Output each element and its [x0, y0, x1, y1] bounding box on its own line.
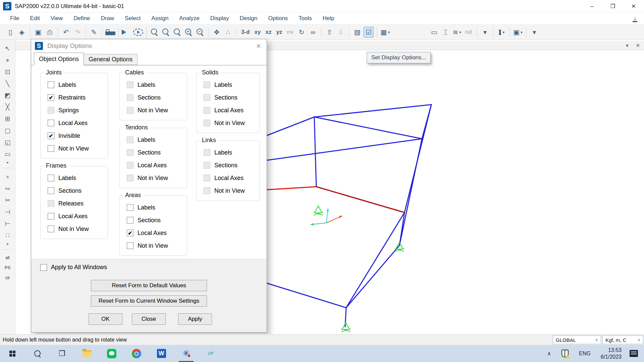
solids-local-axes-option[interactable]: Local Axes — [197, 104, 260, 117]
menu-options[interactable]: Options — [263, 15, 293, 22]
quick-draw-braces-icon[interactable]: ╳ — [2, 102, 13, 113]
draw-area-icon[interactable]: ▢ — [2, 125, 13, 136]
sap2000-taskbar-icon[interactable] — [174, 345, 199, 362]
rotate-view-icon[interactable]: ↻ — [297, 27, 307, 38]
text-style-icon[interactable]: I▾ — [496, 27, 506, 38]
solids-labels-option[interactable]: Labels — [197, 78, 260, 91]
joints-not-in-view-checkbox[interactable] — [48, 145, 54, 152]
snap-more-expander[interactable]: ▾ — [2, 242, 13, 246]
units-dropdown[interactable]: Kgf, m, C ∨ — [602, 336, 643, 344]
frames-labels-checkbox[interactable] — [48, 175, 54, 181]
frames-releases-option[interactable]: Releases — [41, 197, 108, 210]
model-window-collapse-icon[interactable]: ▾ — [626, 43, 629, 49]
joints-labels-checkbox[interactable] — [48, 81, 54, 88]
run-analysis-icon[interactable] — [122, 29, 132, 35]
tendons-sections-option[interactable]: Sections — [120, 146, 187, 159]
draw-special-joint-icon[interactable]: ⊡ — [2, 66, 13, 77]
object-shrink-icon[interactable]: ⇧ — [324, 27, 334, 38]
draw-two-joint-link-icon[interactable]: ∾ — [2, 183, 13, 194]
joint-pattern-icon[interactable]: ∴ — [223, 27, 233, 38]
links-not-in-view-option[interactable]: Not in View — [197, 184, 260, 197]
draw-frame-icon[interactable]: ╲ — [2, 78, 13, 89]
solids-sections-option[interactable]: Sections — [197, 91, 260, 104]
menu-display[interactable]: Display — [205, 15, 234, 22]
links-sections-option[interactable]: Sections — [197, 159, 260, 172]
object-enlarge-icon[interactable]: ⇩ — [336, 27, 346, 38]
search-button[interactable] — [25, 345, 50, 362]
draw-more-expander[interactable]: ▾ — [2, 160, 13, 165]
joints-restraints-option[interactable]: ✔Restraints — [41, 91, 108, 104]
chrome-icon[interactable] — [124, 345, 149, 362]
view-nv-button[interactable]: nv — [284, 27, 296, 38]
security-shield-icon[interactable] — [561, 350, 569, 357]
menu-design[interactable]: Design — [234, 15, 263, 22]
hinge-icon[interactable]: ≋▾ — [452, 27, 462, 38]
frame-section-icon[interactable]: ▭ — [429, 27, 439, 38]
view-xy-button[interactable]: xy — [252, 27, 263, 38]
refresh-view-icon[interactable]: ✎ — [89, 27, 99, 38]
draw-one-joint-link-icon[interactable]: ∘ — [2, 171, 13, 182]
menu-view[interactable]: View — [45, 15, 68, 22]
pan-icon[interactable]: ✥ — [212, 27, 222, 38]
tendons-local-axes-option[interactable]: Local Axes — [120, 159, 187, 172]
undo-icon[interactable]: ↶ — [61, 27, 71, 38]
download-icon[interactable]: ↓ — [633, 15, 637, 22]
redo-icon[interactable]: ↷ — [72, 27, 83, 38]
reset-current-window-button[interactable]: Reset Form to Current Window Settings — [91, 295, 207, 307]
task-view-button[interactable]: ❒ — [50, 345, 74, 362]
previous-zoom-icon[interactable] — [172, 27, 182, 38]
apply-to-all-windows-option[interactable]: Apply to All Windows — [40, 264, 107, 271]
tendons-labels-option[interactable]: Labels — [120, 133, 187, 146]
draw-rect-area-icon[interactable]: ▭ — [2, 148, 13, 160]
joints-invisible-checkbox[interactable]: ✔ — [48, 132, 54, 139]
maximize-button[interactable]: ❐ — [602, 0, 623, 12]
joints-local-axes-option[interactable]: Local Axes — [41, 117, 108, 129]
menu-select[interactable]: Select — [119, 15, 146, 22]
dialog-close-icon[interactable]: ✕ — [256, 42, 261, 50]
frames-not-in-view-option[interactable]: Not in View — [41, 223, 108, 235]
cables-labels-option[interactable]: Labels — [120, 78, 187, 91]
clear-selection-button[interactable]: clr — [5, 273, 10, 283]
tab-general-options[interactable]: General Options — [84, 54, 138, 65]
view-yz-button[interactable]: yz — [274, 27, 284, 38]
menu-assign[interactable]: Assign — [146, 15, 174, 22]
reshape-object-icon[interactable]: ⌖ — [2, 55, 13, 66]
menu-help[interactable]: Help — [317, 15, 340, 22]
minimize-button[interactable]: – — [582, 0, 602, 12]
run-animation-icon[interactable] — [133, 28, 143, 36]
paint-app-icon[interactable]: ✑ — [199, 345, 223, 362]
menu-analyze[interactable]: Analyze — [174, 15, 205, 22]
apply-button[interactable]: Apply — [178, 313, 212, 325]
beam-section-icon[interactable]: ⌶ — [440, 27, 450, 38]
print-icon[interactable]: ⎙ — [45, 27, 55, 38]
open-file-icon[interactable]: ◈ — [17, 27, 27, 38]
solids-not-in-view-option[interactable]: Not in View — [197, 117, 260, 129]
close-button[interactable]: ✕ — [623, 0, 644, 12]
links-labels-option[interactable]: Labels — [197, 146, 260, 159]
joints-labels-option[interactable]: Labels — [41, 78, 108, 91]
quick-draw-frame-icon[interactable]: ◩ — [2, 90, 13, 101]
dropdown-arrow-1[interactable]: ▾ — [480, 27, 490, 38]
joints-springs-option[interactable]: Springs — [41, 104, 108, 117]
new-model-icon[interactable]: ▯ — [5, 27, 15, 38]
quick-draw-area-icon[interactable]: ◱ — [2, 137, 13, 148]
links-local-axes-option[interactable]: Local Axes — [197, 172, 260, 184]
areas-local-axes-checkbox[interactable]: ✔ — [127, 230, 133, 236]
frames-sections-checkbox[interactable] — [48, 187, 54, 194]
joints-not-in-view-option[interactable]: Not in View — [41, 142, 108, 155]
reset-default-values-button[interactable]: Reset Form to Default Values — [91, 280, 207, 291]
joints-invisible-option[interactable]: ✔Invisible — [41, 129, 108, 142]
apply-to-all-checkbox[interactable] — [40, 264, 47, 271]
frames-local-axes-option[interactable]: Local Axes — [41, 210, 108, 223]
areas-sections-option[interactable]: Sections — [120, 214, 187, 227]
frames-sections-option[interactable]: Sections — [41, 184, 108, 197]
break-icon[interactable]: ⊣ — [2, 206, 13, 218]
menu-edit[interactable]: Edit — [24, 15, 45, 22]
ok-button[interactable]: OK — [89, 313, 122, 325]
clock[interactable]: 13:53 6/1/2023 — [596, 347, 626, 360]
cables-not-in-view-option[interactable]: Not in View — [120, 104, 187, 117]
dropdown-arrow-2[interactable]: ▾ — [529, 27, 539, 38]
areas-sections-checkbox[interactable] — [127, 217, 133, 224]
view-xz-button[interactable]: xz — [263, 27, 274, 38]
rubber-band-zoom-icon[interactable] — [150, 27, 160, 38]
